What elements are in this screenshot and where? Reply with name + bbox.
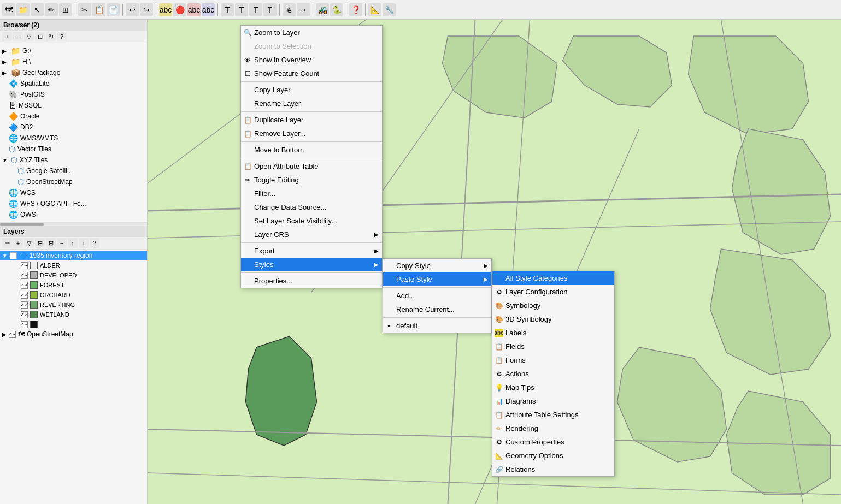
browser-item-vector-tiles[interactable]: ⬡ Vector Tiles	[0, 144, 147, 155]
menu-item-symbology[interactable]: 🎨 Symbology	[492, 299, 614, 312]
browser-item-xyz[interactable]: ▼ ⬡ XYZ Tiles	[0, 155, 147, 165]
checkbox-reverting[interactable]: ✓	[21, 301, 28, 309]
menu-item-forms[interactable]: 📋 Forms	[492, 353, 614, 367]
menu-item-default[interactable]: ● default	[383, 319, 491, 333]
toolbar-icon-cursor[interactable]: 🖱	[283, 3, 296, 16]
toolbar-icon-text2[interactable]: T	[235, 3, 248, 16]
checkbox-developed[interactable]: ✓	[21, 272, 28, 279]
layers-help-icon[interactable]: ?	[90, 238, 99, 248]
menu-item-move-to-bottom[interactable]: Move to Bottom	[241, 143, 382, 157]
menu-item-rendering[interactable]: ✏ Rendering	[492, 422, 614, 435]
menu-item-labels[interactable]: abc Labels	[492, 326, 614, 340]
menu-item-paste-style[interactable]: Paste Style	[383, 272, 491, 286]
sublayer-blank[interactable]: ✓	[0, 319, 147, 329]
browser-item-postgis[interactable]: 🐘 PostGIS	[0, 89, 147, 100]
menu-item-geometry-options[interactable]: 📐 Geometry Options	[492, 449, 614, 463]
menu-item-change-data-source[interactable]: Change Data Source...	[241, 200, 382, 214]
browser-item-wfs[interactable]: 🌐 WFS / OGC API - Fe...	[0, 198, 147, 209]
menu-item-layer-crs[interactable]: Layer CRS	[241, 228, 382, 241]
menu-item-show-feature-count[interactable]: ☐ Show Feature Count	[241, 67, 382, 80]
menu-item-export[interactable]: Export	[241, 244, 382, 258]
menu-item-attribute-table-settings[interactable]: 📋 Attribute Table Settings	[492, 408, 614, 422]
menu-item-fields[interactable]: 📋 Fields	[492, 340, 614, 353]
browser-remove-icon[interactable]: −	[13, 32, 23, 41]
menu-item-rename-layer[interactable]: Rename Layer	[241, 97, 382, 110]
menu-item-toggle-editing[interactable]: ✏ Toggle Editing	[241, 173, 382, 187]
browser-item-wms[interactable]: 🌐 WMS/WMTS	[0, 133, 147, 144]
layers-filter-icon[interactable]: ▽	[24, 238, 34, 248]
menu-item-show-overview[interactable]: 👁 Show in Overview	[241, 53, 382, 67]
layer-group-inventory[interactable]: ▼ ✓ 🔷 1935 inventory region	[0, 251, 147, 260]
toolbar-icon-python[interactable]: 🐍	[330, 3, 343, 16]
browser-refresh-icon[interactable]: ↻	[46, 32, 56, 41]
menu-item-diagrams[interactable]: 📊 Diagrams	[492, 394, 614, 408]
menu-item-filter[interactable]: Filter...	[241, 187, 382, 200]
browser-item-db2[interactable]: 🔷 DB2	[0, 122, 147, 133]
menu-item-rename-current[interactable]: Rename Current...	[383, 303, 491, 316]
menu-item-styles[interactable]: Styles	[241, 258, 382, 271]
layers-down-icon[interactable]: ↓	[79, 238, 89, 248]
toolbar-icon-folder[interactable]: 📁	[16, 3, 30, 16]
browser-item-geopackage[interactable]: ▶ 📦 GeoPackage	[0, 67, 147, 78]
checkbox-inventory[interactable]: ✓	[10, 252, 17, 259]
toolbar-icon-redo[interactable]: ↪	[140, 3, 153, 16]
sublayer-reverting[interactable]: ✓ REVERTING	[0, 300, 147, 310]
checkbox-osm[interactable]: ✓	[9, 331, 16, 338]
browser-item-wcs[interactable]: 🌐 WCS	[0, 187, 147, 198]
toolbar-icon-settings[interactable]: 🔧	[383, 3, 396, 16]
layers-remove-icon[interactable]: −	[57, 238, 67, 248]
checkbox-forest[interactable]: ✓	[21, 282, 28, 289]
toolbar-icon-select[interactable]: ↖	[31, 3, 44, 16]
menu-item-duplicate-layer[interactable]: 📋 Duplicate Layer	[241, 113, 382, 127]
checkbox-orchard[interactable]: ✓	[21, 292, 28, 299]
menu-item-custom-properties[interactable]: ⚙ Custom Properties	[492, 435, 614, 449]
menu-item-add[interactable]: Add...	[383, 289, 491, 303]
checkbox-blank[interactable]: ✓	[21, 321, 28, 328]
menu-item-map-tips[interactable]: 💡 Map Tips	[492, 381, 614, 394]
layer-osm[interactable]: ▶ ✓ 🗺 OpenStreetMap	[0, 329, 147, 339]
browser-item-osm[interactable]: ⬡ OpenStreetMap	[0, 176, 147, 187]
sublayer-orchard[interactable]: ✓ ORCHARD	[0, 290, 147, 300]
browser-item-g[interactable]: ▶ 📁 G:\	[0, 45, 147, 56]
menu-item-actions[interactable]: ⚙ Actions	[492, 367, 614, 381]
browser-item-oracle[interactable]: 🔶 Oracle	[0, 111, 147, 122]
toolbar-icon-tractor[interactable]: 🚜	[316, 3, 329, 16]
menu-item-relations[interactable]: 🔗 Relations	[492, 463, 614, 476]
sublayer-wetland[interactable]: ✓ WETLAND	[0, 310, 147, 319]
sublayer-forest[interactable]: ✓ FOREST	[0, 280, 147, 290]
sublayer-alder[interactable]: ✓ ALDER	[0, 260, 147, 270]
toolbar-icon-edit[interactable]: ✏	[45, 3, 58, 16]
toolbar-icon-cut[interactable]: ✂	[78, 3, 91, 16]
toolbar-icon-cursor2[interactable]: ↔	[297, 3, 310, 16]
browser-collapse-icon[interactable]: ⊟	[35, 32, 45, 41]
toolbar-icon-text3[interactable]: T	[249, 3, 262, 16]
context-menu-styles[interactable]: Copy Style Paste Style Add... Rename Cur…	[383, 258, 492, 333]
layers-collapse-icon[interactable]: ⊟	[46, 238, 56, 248]
menu-item-3d-symbology[interactable]: 🎨 3D Symbology	[492, 312, 614, 326]
toolbar-icon-copy[interactable]: 📋	[92, 3, 105, 16]
toolbar-icon-pin-red[interactable]: 🔴	[173, 3, 186, 16]
layers-add-icon[interactable]: +	[13, 238, 23, 248]
menu-item-properties[interactable]: Properties...	[241, 274, 382, 288]
context-menu-paste-style[interactable]: All Style Categories ⚙ Layer Configurati…	[492, 271, 615, 477]
browser-item-ows[interactable]: 🌐 OWS	[0, 209, 147, 220]
layers-edit-icon[interactable]: ✏	[2, 238, 12, 248]
context-menu-main[interactable]: 🔍 Zoom to Layer Zoom to Selection 👁 Show…	[240, 25, 383, 288]
menu-item-set-layer-scale[interactable]: Set Layer Scale Visibility...	[241, 214, 382, 228]
toolbar-icon-text4[interactable]: T	[263, 3, 277, 16]
menu-item-layer-configuration[interactable]: ⚙ Layer Configuration	[492, 285, 614, 299]
toolbar-icon-measure[interactable]: 📐	[368, 3, 381, 16]
toolbar-icon-paste[interactable]: 📄	[107, 3, 120, 16]
browser-add-icon[interactable]: +	[2, 32, 12, 41]
browser-item-spatialite[interactable]: 💠 SpatiaLite	[0, 78, 147, 89]
toolbar-icon-map[interactable]: 🗺	[2, 3, 15, 16]
menu-item-open-attribute-table[interactable]: 📋 Open Attribute Table	[241, 159, 382, 173]
browser-scrollbar[interactable]	[0, 222, 147, 226]
menu-item-copy-layer[interactable]: Copy Layer	[241, 83, 382, 97]
browser-filter-icon[interactable]: ▽	[24, 32, 34, 41]
map-area[interactable]: 🔍 Zoom to Layer Zoom to Selection 👁 Show…	[148, 20, 841, 504]
checkbox-wetland[interactable]: ✓	[21, 311, 28, 318]
layers-up-icon[interactable]: ↑	[68, 238, 78, 248]
browser-help-icon[interactable]: ?	[57, 32, 67, 41]
toolbar-icon-text[interactable]: T	[221, 3, 234, 16]
